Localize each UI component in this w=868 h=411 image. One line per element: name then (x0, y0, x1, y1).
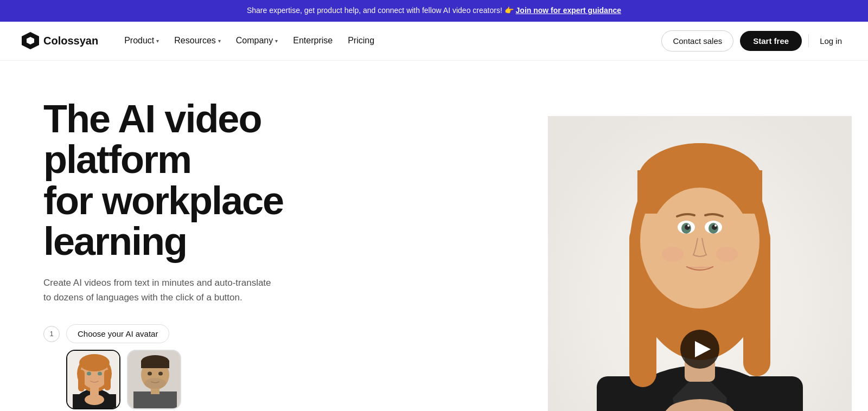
svg-point-45 (716, 247, 738, 262)
nav-product-label: Product (124, 36, 154, 46)
hero-section: The AI video platform for workplace lear… (0, 61, 868, 411)
step1-row: 1 Choose your AI avatar (43, 324, 412, 343)
nav-right: Contact sales Start free Log in (661, 30, 846, 52)
logo[interactable]: Colossyan (22, 32, 98, 49)
navbar: Colossyan Product ▾ Resources ▾ Company … (0, 22, 868, 61)
chevron-down-icon: ▾ (218, 38, 221, 44)
svg-point-42 (687, 224, 690, 227)
svg-point-6 (79, 354, 110, 371)
start-free-button[interactable]: Start free (740, 31, 802, 51)
ai-person-figure (548, 127, 852, 411)
banner-text: Share expertise, get product help, and c… (247, 6, 516, 15)
nav-pricing-label: Pricing (348, 36, 374, 46)
svg-point-11 (85, 394, 104, 405)
step1-number: 1 (43, 326, 60, 342)
svg-point-20 (158, 372, 163, 376)
logo-text: Colossyan (43, 35, 98, 47)
hero-title: The AI video platform for workplace lear… (43, 99, 412, 262)
avatar-card-female[interactable] (66, 350, 120, 409)
nav-item-resources[interactable]: Resources ▾ (168, 31, 227, 50)
avatar-card-male[interactable] (127, 350, 181, 409)
svg-rect-7 (78, 370, 85, 391)
nav-item-company[interactable]: Company ▾ (229, 31, 284, 50)
login-button[interactable]: Log in (815, 31, 846, 51)
chevron-down-icon: ▾ (156, 38, 159, 44)
steps-container: 1 Choose your AI avatar (43, 324, 412, 411)
chevron-down-icon: ▾ (275, 38, 278, 44)
svg-point-10 (98, 372, 102, 376)
logo-icon (22, 32, 39, 49)
step1-label[interactable]: Choose your AI avatar (66, 324, 169, 343)
svg-point-9 (87, 372, 91, 376)
hero-left: The AI video platform for workplace lear… (43, 93, 412, 411)
announcement-banner: Share expertise, get product help, and c… (0, 0, 868, 22)
avatar-cards (66, 350, 412, 409)
hero-right (532, 61, 868, 411)
nav-resources-label: Resources (174, 36, 215, 46)
svg-rect-8 (104, 370, 111, 390)
svg-point-35 (648, 188, 751, 305)
banner-link[interactable]: Join now for expert guidance (516, 6, 621, 15)
nav-divider (808, 34, 809, 47)
nav-item-enterprise[interactable]: Enterprise (286, 31, 339, 50)
nav-enterprise-label: Enterprise (293, 36, 333, 46)
svg-rect-17 (141, 361, 169, 368)
contact-sales-button[interactable]: Contact sales (661, 30, 733, 52)
hero-title-line2: for workplace learning (43, 179, 283, 264)
nav-item-pricing[interactable]: Pricing (341, 31, 381, 50)
logo-icon-inner (27, 37, 34, 44)
hero-title-line1: The AI video platform (43, 97, 261, 182)
hero-subtitle: Create AI videos from text in minutes an… (43, 275, 282, 305)
svg-point-43 (714, 224, 717, 227)
nav-item-product[interactable]: Product ▾ (118, 31, 165, 50)
svg-point-19 (148, 372, 152, 376)
svg-point-44 (662, 247, 684, 262)
nav-menu: Product ▾ Resources ▾ Company ▾ Enterpri… (118, 31, 381, 50)
nav-company-label: Company (236, 36, 273, 46)
nav-left: Colossyan Product ▾ Resources ▾ Company … (22, 31, 381, 50)
svg-point-18 (144, 378, 166, 389)
